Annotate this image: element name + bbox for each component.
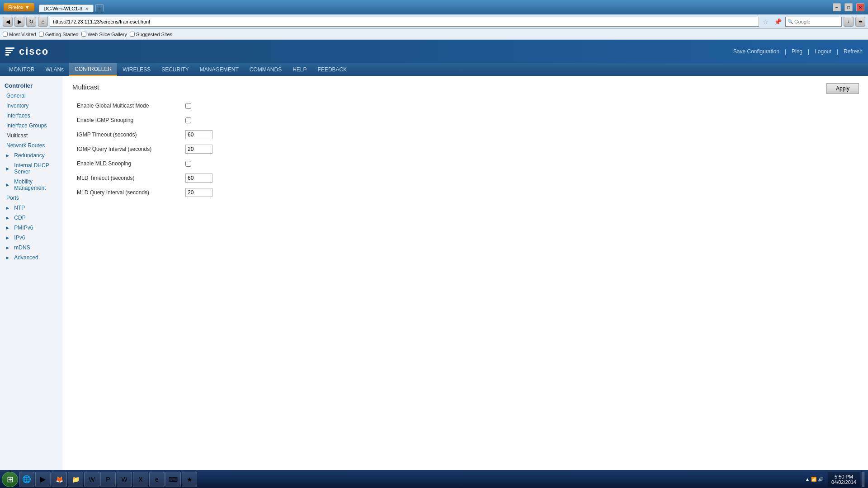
taskbar-cmd-button[interactable]: ⌨	[165, 472, 181, 487]
checkbox-mld-snooping[interactable]	[185, 161, 191, 167]
label-mld-query: MLD Query Interval (seconds)	[77, 189, 185, 196]
label-igmp-snooping: Enable IGMP Snooping	[77, 117, 185, 123]
nav-security[interactable]: SECURITY	[156, 63, 194, 76]
show-desktop-icon[interactable]	[862, 472, 864, 487]
cisco-bar-4	[5, 54, 9, 56]
taskbar-ppt-button[interactable]: P	[100, 472, 116, 487]
taskbar-extra-button[interactable]: ★	[182, 472, 197, 487]
ping-link[interactable]: Ping	[792, 48, 802, 55]
search-engine-icon: 🔍	[788, 19, 793, 24]
main-content: Multicast Apply Enable Global Multicast …	[63, 76, 868, 470]
sidebar-item-multicast[interactable]: Multicast	[0, 131, 63, 141]
body-layout: Controller General Inventory Interfaces …	[0, 76, 868, 470]
sidebar-item-pmipv6[interactable]: PMIPv6	[0, 223, 63, 233]
sidebar-item-internal-dhcp[interactable]: Internal DHCP Server	[0, 160, 63, 177]
menu-button[interactable]: ☰	[855, 17, 865, 27]
taskbar-firefox-button[interactable]: 🦊	[52, 472, 67, 487]
address-input[interactable]	[50, 17, 759, 27]
taskbar-media-button[interactable]: ▶	[35, 472, 51, 487]
nav-help[interactable]: HELP	[287, 63, 312, 76]
bookmark-most-visited[interactable]: Most Visited	[3, 32, 36, 37]
firefox-menu-button[interactable]: Firefox ▼	[4, 3, 34, 11]
forward-button[interactable]: ▶	[14, 17, 24, 27]
star-icon: ☆	[761, 18, 770, 25]
sidebar-item-mobility-mgmt[interactable]: Mobility Management	[0, 177, 63, 193]
label-mld-timeout: MLD Timeout (seconds)	[77, 175, 185, 181]
taskbar-right: ▲ 📶 🔊 5:50 PM 04/02/2014	[805, 472, 866, 487]
start-button[interactable]: ⊞	[2, 472, 18, 487]
bookmark-web-slice[interactable]: Web Slice Gallery	[81, 32, 127, 37]
cisco-bar-3	[5, 52, 11, 53]
sidebar-item-advanced[interactable]: Advanced	[0, 253, 63, 263]
sidebar-item-general[interactable]: General	[0, 91, 63, 101]
cisco-bar-2	[5, 50, 13, 51]
nav-wlans[interactable]: WLANs	[40, 63, 69, 76]
checkbox-igmp-snooping[interactable]	[185, 117, 191, 123]
apply-button[interactable]: Apply	[826, 83, 859, 94]
title-bar: Firefox ▼ DC-WiFi-WLC1-3 ✕ + − □ ✕	[0, 0, 868, 14]
clock-date: 04/02/2014	[831, 479, 856, 485]
taskbar-word2-button[interactable]: W	[117, 472, 132, 487]
save-configuration-link[interactable]: Save Configuration	[733, 48, 779, 55]
checkbox-global-multicast[interactable]	[185, 103, 191, 109]
sidebar-item-ipv6[interactable]: IPv6	[0, 233, 63, 243]
taskbar-folder-button[interactable]: 📁	[68, 472, 83, 487]
nav-monitor[interactable]: MONITOR	[4, 63, 40, 76]
close-button[interactable]: ✕	[856, 3, 864, 11]
sidebar-item-ports[interactable]: Ports	[0, 193, 63, 203]
taskbar-excel-button[interactable]: X	[133, 472, 148, 487]
sidebar-item-ntp[interactable]: NTP	[0, 203, 63, 213]
tray-network-icon: 📶	[811, 477, 816, 482]
logout-link[interactable]: Logout	[815, 48, 831, 55]
search-input[interactable]	[794, 19, 840, 24]
input-igmp-query[interactable]	[185, 145, 212, 154]
input-mld-timeout[interactable]	[185, 174, 212, 183]
sidebar-item-mdns[interactable]: mDNS	[0, 243, 63, 253]
header-separator-1: |	[785, 48, 786, 55]
app-header: cisco Save Configuration | Ping | Logout…	[0, 40, 868, 63]
nav-commands[interactable]: COMMANDS	[244, 63, 287, 76]
downloads-button[interactable]: ↓	[844, 17, 854, 27]
refresh-link[interactable]: Refresh	[844, 48, 863, 55]
bookmarks-bar: Most Visited Getting Started Web Slice G…	[0, 29, 868, 40]
active-tab[interactable]: DC-WiFi-WLC1-3 ✕	[39, 5, 94, 12]
title-bar-left: Firefox ▼ DC-WiFi-WLC1-3 ✕ +	[4, 2, 104, 12]
form-row-mld-snooping: Enable MLD Snooping	[77, 159, 859, 169]
nav-controller[interactable]: CONTROLLER	[69, 63, 117, 76]
form-row-igmp-timeout: IGMP Timeout (seconds)	[77, 130, 859, 140]
title-bar-controls: − □ ✕	[833, 3, 864, 11]
nav-wireless[interactable]: WIRELESS	[117, 63, 156, 76]
form-row-igmp-snooping: Enable IGMP Snooping	[77, 115, 859, 125]
header-right: Save Configuration | Ping | Logout | Ref…	[733, 48, 863, 55]
tab-title: DC-WiFi-WLC1-3	[44, 6, 83, 11]
content-header: Multicast Apply	[72, 83, 859, 101]
multicast-form: Enable Global Multicast Mode Enable IGMP…	[77, 101, 859, 197]
minimize-button[interactable]: −	[833, 3, 841, 11]
sidebar-item-redundancy[interactable]: Redundancy	[0, 150, 63, 160]
input-mld-query[interactable]	[185, 188, 212, 197]
sidebar-item-cdp[interactable]: CDP	[0, 213, 63, 223]
nav-management[interactable]: MANAGEMENT	[194, 63, 244, 76]
input-igmp-timeout[interactable]	[185, 130, 212, 139]
header-separator-3: |	[837, 48, 838, 55]
new-tab-button[interactable]: +	[95, 4, 104, 12]
tab-close-icon[interactable]: ✕	[85, 6, 89, 11]
taskbar-word-button[interactable]: W	[84, 472, 99, 487]
maximize-button[interactable]: □	[844, 3, 853, 11]
sidebar-item-network-routes[interactable]: Network Routes	[0, 141, 63, 150]
sidebar-item-interfaces[interactable]: Interfaces	[0, 111, 63, 121]
back-button[interactable]: ◀	[3, 17, 13, 27]
nav-feedback[interactable]: FEEDBACK	[312, 63, 353, 76]
app-container: cisco Save Configuration | Ping | Logout…	[0, 40, 868, 488]
label-global-multicast: Enable Global Multicast Mode	[77, 103, 185, 109]
sidebar-item-interface-groups[interactable]: Interface Groups	[0, 121, 63, 131]
reload-button[interactable]: ↻	[26, 17, 36, 27]
sidebar-item-inventory[interactable]: Inventory	[0, 101, 63, 111]
taskbar-ie-button[interactable]: 🌐	[19, 472, 34, 487]
bookmark-getting-started[interactable]: Getting Started	[39, 32, 79, 37]
bookmark-suggested[interactable]: Suggested Sites	[130, 32, 172, 37]
form-row-mld-query: MLD Query Interval (seconds)	[77, 188, 859, 197]
sidebar-section-title: Controller	[0, 80, 63, 91]
taskbar-ie2-button[interactable]: e	[149, 472, 165, 487]
home-button[interactable]: ⌂	[38, 17, 48, 27]
